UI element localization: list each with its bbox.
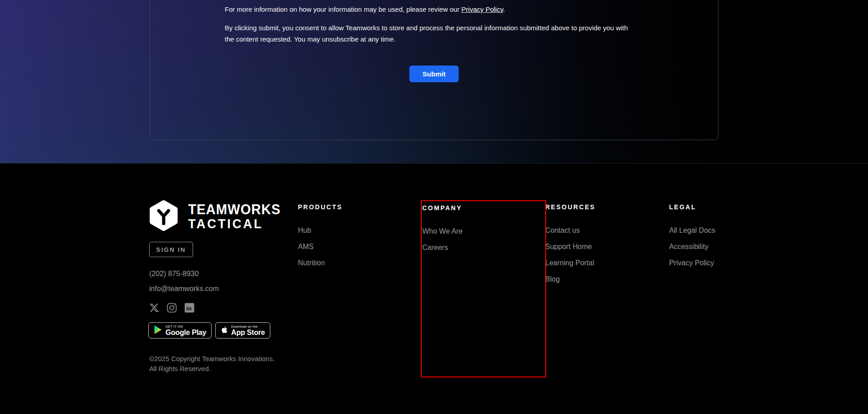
footer-link-contact-us[interactable]: Contact us bbox=[545, 226, 649, 235]
consent-text: By clicking submit, you consent to allow… bbox=[225, 22, 632, 45]
x-twitter-icon[interactable] bbox=[149, 303, 159, 313]
google-play-badge[interactable]: GET IT ON Google Play bbox=[148, 322, 212, 339]
footer-link-who-we-are[interactable]: Who We Are bbox=[422, 227, 526, 235]
copyright-line1: ©2025 Copyright Teamworks Innovations. bbox=[149, 354, 275, 364]
footer-column-company: COMPANY Who We Are Careers bbox=[422, 204, 526, 259]
brand-name-line1: TEAMWORKS bbox=[188, 202, 281, 217]
form-copy: For more information on how your informa… bbox=[225, 5, 632, 45]
app-badges: GET IT ON Google Play Download on the Ap… bbox=[148, 322, 270, 339]
google-play-icon bbox=[154, 325, 162, 336]
app-store-badge[interactable]: Download on the App Store bbox=[215, 322, 270, 339]
footer-link-ams[interactable]: AMS bbox=[298, 242, 402, 251]
app-store-tagline: Download on the bbox=[231, 325, 265, 329]
apple-icon bbox=[221, 325, 228, 336]
footer-column-resources: RESOURCES Contact us Support Home Learni… bbox=[545, 203, 649, 291]
social-links: in bbox=[149, 303, 194, 313]
page: For more information on how your informa… bbox=[0, 0, 868, 414]
footer-link-hub[interactable]: Hub bbox=[298, 226, 402, 235]
footer: TEAMWORKS TACTICAL SIGN IN (202) 875-893… bbox=[0, 164, 868, 414]
submit-button[interactable]: Submit bbox=[410, 66, 459, 82]
footer-link-blog[interactable]: Blog bbox=[545, 275, 649, 283]
privacy-policy-link[interactable]: Privacy Policy bbox=[462, 5, 503, 13]
svg-text:in: in bbox=[186, 305, 192, 312]
brand-name-line2: TACTICAL bbox=[188, 217, 281, 231]
footer-link-privacy-policy[interactable]: Privacy Policy bbox=[669, 259, 773, 267]
brand-wordmark: TEAMWORKS TACTICAL bbox=[188, 202, 281, 231]
privacy-info-suffix: . bbox=[503, 5, 505, 13]
hexagon-logo-icon bbox=[149, 200, 178, 233]
form-section: For more information on how your informa… bbox=[0, 0, 868, 164]
footer-link-all-legal-docs[interactable]: All Legal Docs bbox=[669, 226, 773, 235]
footer-link-support-home[interactable]: Support Home bbox=[545, 242, 649, 251]
email-link[interactable]: info@teamworks.com bbox=[149, 285, 219, 293]
privacy-info-prefix: For more information on how your informa… bbox=[225, 5, 462, 13]
footer-column-title: COMPANY bbox=[422, 204, 526, 212]
copyright-line2: All Rights Reserved. bbox=[149, 364, 275, 374]
footer-column-title: RESOURCES bbox=[545, 203, 649, 211]
google-play-tagline: GET IT ON bbox=[165, 325, 206, 329]
form-card: For more information on how your informa… bbox=[150, 0, 718, 140]
footer-column-products: PRODUCTS Hub AMS Nutrition bbox=[298, 203, 402, 275]
footer-link-accessibility[interactable]: Accessibility bbox=[669, 242, 773, 251]
footer-column-legal: LEGAL All Legal Docs Accessibility Priva… bbox=[669, 203, 773, 275]
google-play-label: Google Play bbox=[165, 329, 206, 336]
sign-in-button[interactable]: SIGN IN bbox=[149, 242, 193, 257]
footer-link-learning-portal[interactable]: Learning Portal bbox=[545, 259, 649, 267]
instagram-icon[interactable] bbox=[167, 303, 177, 313]
privacy-info-text: For more information on how your informa… bbox=[225, 5, 632, 14]
copyright: ©2025 Copyright Teamworks Innovations. A… bbox=[149, 354, 275, 374]
footer-column-title: LEGAL bbox=[669, 203, 773, 211]
footer-column-title: PRODUCTS bbox=[298, 203, 402, 211]
footer-link-careers[interactable]: Careers bbox=[422, 243, 526, 252]
phone-link[interactable]: (202) 875-8930 bbox=[149, 270, 198, 278]
footer-link-nutrition[interactable]: Nutrition bbox=[298, 259, 402, 267]
brand-logo[interactable]: TEAMWORKS TACTICAL bbox=[149, 200, 286, 233]
app-store-label: App Store bbox=[231, 329, 265, 336]
linkedin-icon[interactable]: in bbox=[184, 303, 194, 313]
